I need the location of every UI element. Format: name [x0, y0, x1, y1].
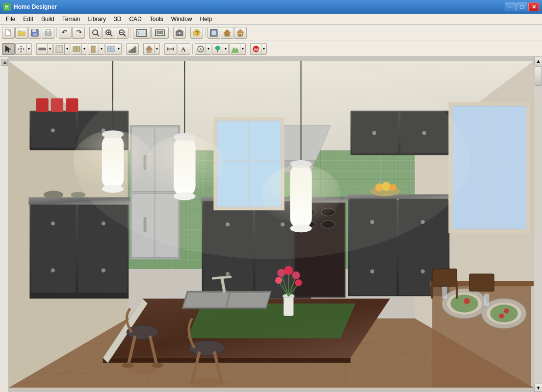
house-exterior-button[interactable]: [234, 27, 247, 39]
scroll-down-button[interactable]: ▼: [534, 384, 542, 392]
minimize-button[interactable]: ─: [505, 2, 516, 11]
svg-rect-6: [46, 33, 50, 35]
svg-line-10: [97, 34, 99, 36]
svg-marker-73: [3, 61, 7, 64]
cabinet-dropdown-arrow[interactable]: ▾: [81, 43, 87, 55]
svg-text:A: A: [181, 46, 186, 53]
dimension-button[interactable]: [164, 43, 177, 55]
stairs-button[interactable]: [126, 43, 139, 55]
pan-button-group[interactable]: ▾: [15, 43, 32, 55]
svg-point-42: [20, 48, 22, 50]
svg-marker-38: [20, 46, 22, 47]
svg-point-67: [200, 48, 202, 50]
object-dropdown-arrow[interactable]: ▾: [206, 43, 211, 55]
svg-rect-24: [160, 31, 163, 34]
close-button[interactable]: ✕: [528, 2, 539, 11]
separator-4: [171, 27, 171, 38]
wall-exterior-button[interactable]: [207, 27, 220, 39]
menu-build[interactable]: Build: [37, 15, 58, 24]
window-controls: ─ □ ✕: [505, 2, 539, 11]
roof-button-group[interactable]: ▾: [143, 43, 160, 55]
svg-point-51: [77, 49, 78, 49]
menu-help[interactable]: Help: [196, 15, 216, 24]
canvas-area[interactable]: [9, 57, 534, 392]
record-button[interactable]: REC: [250, 43, 261, 55]
zoom-in-button[interactable]: [103, 27, 115, 39]
terrain-button-group[interactable]: ▾: [229, 43, 246, 55]
select-button[interactable]: [2, 43, 15, 55]
window-dropdown-arrow[interactable]: ▾: [116, 43, 122, 55]
camera-button[interactable]: [173, 27, 186, 39]
menu-file[interactable]: File: [2, 15, 19, 24]
zoom-glass-button[interactable]: [89, 27, 102, 39]
scroll-track-right[interactable]: [534, 65, 542, 384]
svg-marker-40: [18, 48, 19, 50]
separator-t2-2: [124, 44, 124, 54]
zoom-out-button[interactable]: [116, 27, 129, 39]
save-button[interactable]: [28, 27, 41, 39]
help-button[interactable]: ?: [190, 27, 203, 39]
undo-button[interactable]: [59, 27, 72, 39]
floor-dropdown-arrow[interactable]: ▾: [64, 43, 70, 55]
new-button[interactable]: [2, 27, 15, 39]
svg-point-9: [93, 30, 98, 35]
cabinet-button-group[interactable]: ▾: [71, 43, 87, 55]
left-panel: [0, 57, 9, 392]
floor-button-group[interactable]: ▾: [53, 43, 70, 55]
scroll-up-button[interactable]: ▲: [534, 57, 542, 65]
separator-t2-4: [162, 44, 162, 54]
toolbar-main: ?: [0, 24, 542, 41]
roof-button[interactable]: [143, 43, 154, 55]
roof-dropdown-arrow[interactable]: ▾: [154, 43, 160, 55]
svg-point-26: [178, 32, 181, 35]
door-dropdown-arrow[interactable]: ▾: [99, 43, 104, 55]
menu-3d[interactable]: 3D: [110, 15, 125, 24]
floor-button[interactable]: [53, 43, 64, 55]
record-dropdown-arrow[interactable]: ▾: [261, 43, 267, 55]
left-scroll-up[interactable]: [1, 59, 8, 66]
open-button[interactable]: [15, 27, 28, 39]
fill-window-button[interactable]: [133, 27, 151, 39]
svg-marker-41: [23, 48, 25, 50]
svg-marker-37: [5, 46, 11, 52]
window-button-group[interactable]: ▾: [105, 43, 122, 55]
svg-rect-59: [135, 47, 136, 52]
title-bar: H Home Designer ─ □ ✕: [0, 0, 542, 14]
menu-terrain[interactable]: Terrain: [58, 15, 84, 24]
separator-2: [87, 27, 87, 38]
scroll-thumb-right[interactable]: [535, 66, 542, 86]
wall-dropdown-arrow[interactable]: ▾: [47, 43, 53, 55]
text-tool-button[interactable]: A: [178, 43, 190, 55]
svg-rect-5: [46, 29, 50, 32]
plant-dropdown-arrow[interactable]: ▾: [223, 43, 229, 55]
pan-dropdown-arrow[interactable]: ▾: [26, 43, 32, 55]
redo-button[interactable]: [72, 27, 85, 39]
object-button-group[interactable]: ▾: [195, 43, 211, 55]
menu-window[interactable]: Window: [167, 15, 196, 24]
cabinet-button[interactable]: [71, 43, 81, 55]
plan-view-button[interactable]: [151, 27, 169, 39]
plant-button[interactable]: [212, 43, 223, 55]
wall-button[interactable]: [36, 43, 47, 55]
menu-tools[interactable]: Tools: [146, 15, 167, 24]
separator-6: [205, 27, 206, 38]
home-button[interactable]: [221, 27, 233, 39]
plant-button-group[interactable]: ▾: [212, 43, 229, 55]
menu-cad[interactable]: CAD: [125, 15, 145, 24]
object-button[interactable]: [195, 43, 206, 55]
door-button-group[interactable]: ▾: [88, 43, 104, 55]
menu-edit[interactable]: Edit: [19, 15, 37, 24]
maximize-button[interactable]: □: [516, 2, 527, 11]
pan-button[interactable]: [15, 43, 26, 55]
terrain-tool-button[interactable]: [229, 43, 240, 55]
door-button[interactable]: [88, 43, 99, 55]
record-button-group[interactable]: REC ▾: [250, 43, 267, 55]
print-button[interactable]: [42, 27, 54, 39]
wall-button-group[interactable]: ▾: [36, 43, 53, 55]
terrain-dropdown-arrow[interactable]: ▾: [240, 43, 246, 55]
svg-rect-31: [211, 30, 216, 35]
window-draw-button[interactable]: [105, 43, 116, 55]
separator-t2-5: [192, 44, 193, 54]
svg-rect-58: [133, 48, 135, 52]
menu-library[interactable]: Library: [84, 15, 110, 24]
